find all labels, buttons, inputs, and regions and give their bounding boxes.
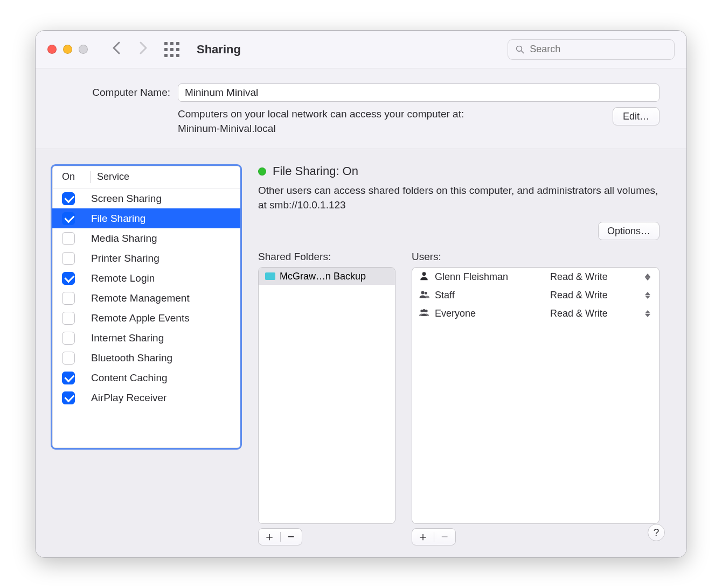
services-header: On Service bbox=[52, 166, 240, 188]
permission-value: Read & Write bbox=[550, 290, 608, 301]
service-row[interactable]: Media Sharing bbox=[52, 228, 240, 248]
edit-button[interactable]: Edit… bbox=[613, 107, 659, 125]
user-icon bbox=[419, 270, 429, 284]
service-row[interactable]: Content Caching bbox=[52, 368, 240, 388]
user-icon bbox=[419, 307, 429, 320]
permission-value: Read & Write bbox=[550, 308, 608, 319]
maximize-window-button[interactable] bbox=[79, 45, 88, 54]
search-input[interactable] bbox=[530, 44, 667, 55]
user-name: Glenn Fleishman bbox=[435, 271, 508, 283]
service-checkbox[interactable] bbox=[62, 332, 75, 345]
help-button[interactable]: ? bbox=[648, 524, 665, 541]
service-label: Remote Login bbox=[91, 272, 155, 284]
service-checkbox[interactable] bbox=[62, 272, 75, 285]
traffic-lights bbox=[47, 45, 88, 54]
back-button[interactable] bbox=[106, 40, 126, 59]
svg-point-3 bbox=[421, 291, 425, 294]
forward-button[interactable] bbox=[134, 40, 154, 59]
service-checkbox[interactable] bbox=[62, 372, 75, 384]
close-window-button[interactable] bbox=[47, 45, 57, 54]
service-checkbox[interactable] bbox=[62, 352, 75, 365]
stepper-icon bbox=[645, 274, 650, 281]
service-label: AirPlay Receiver bbox=[91, 392, 166, 404]
user-row[interactable]: Glenn FleishmanRead & Write bbox=[412, 268, 659, 286]
search-icon bbox=[516, 45, 524, 54]
add-folder-button[interactable]: ＋ bbox=[259, 531, 280, 543]
service-checkbox[interactable] bbox=[62, 391, 75, 404]
service-checkbox[interactable] bbox=[62, 292, 75, 305]
service-row[interactable]: File Sharing bbox=[52, 208, 240, 228]
service-row[interactable]: Printer Sharing bbox=[52, 248, 240, 268]
options-button[interactable]: Options… bbox=[598, 222, 659, 240]
minimize-window-button[interactable] bbox=[63, 45, 72, 54]
service-label: Bluetooth Sharing bbox=[91, 352, 172, 364]
users-add-remove: ＋ − bbox=[412, 528, 456, 545]
user-row[interactable]: EveryoneRead & Write bbox=[412, 304, 659, 323]
titlebar: Sharing bbox=[36, 31, 686, 68]
computer-name-input[interactable] bbox=[178, 83, 659, 102]
computer-name-label: Computer Name: bbox=[63, 87, 170, 99]
services-list: On Service Screen SharingFile SharingMed… bbox=[51, 164, 242, 450]
users-label: Users: bbox=[412, 251, 659, 263]
service-checkbox[interactable] bbox=[62, 192, 75, 205]
service-label: Content Caching bbox=[91, 372, 168, 384]
page-title: Sharing bbox=[197, 43, 241, 57]
shared-folders-list[interactable]: McGraw…n Backup bbox=[258, 267, 395, 524]
service-checkbox[interactable] bbox=[62, 312, 75, 325]
main-area: On Service Screen SharingFile SharingMed… bbox=[36, 149, 686, 557]
show-all-prefs-icon[interactable] bbox=[164, 42, 179, 57]
status-title: File Sharing: On bbox=[273, 164, 358, 178]
folder-row[interactable]: McGraw…n Backup bbox=[259, 268, 395, 285]
users-column: Users: Glenn FleishmanRead & WriteStaffR… bbox=[412, 251, 659, 545]
shared-folders-label: Shared Folders: bbox=[258, 251, 395, 263]
permission-value: Read & Write bbox=[550, 271, 608, 283]
service-row[interactable]: Screen Sharing bbox=[52, 188, 240, 208]
service-label: Screen Sharing bbox=[91, 193, 162, 205]
folder-icon bbox=[265, 272, 275, 280]
service-row[interactable]: Remote Login bbox=[52, 268, 240, 288]
service-label: Media Sharing bbox=[91, 233, 157, 244]
svg-point-2 bbox=[422, 272, 426, 276]
sharing-window: Sharing Computer Name: Computers on your… bbox=[35, 30, 687, 558]
service-label: Remote Apple Events bbox=[91, 312, 190, 324]
shared-folders-column: Shared Folders: McGraw…n Backup ＋ − bbox=[258, 251, 395, 545]
users-list[interactable]: Glenn FleishmanRead & WriteStaffRead & W… bbox=[412, 267, 659, 524]
service-checkbox[interactable] bbox=[62, 252, 75, 265]
service-label: File Sharing bbox=[91, 213, 145, 225]
service-checkbox[interactable] bbox=[62, 212, 75, 225]
user-name: Staff bbox=[435, 290, 455, 301]
svg-line-1 bbox=[522, 51, 524, 53]
detail-panel: File Sharing: On Other users can access … bbox=[258, 164, 659, 545]
add-user-button[interactable]: ＋ bbox=[412, 531, 434, 543]
service-row[interactable]: AirPlay Receiver bbox=[52, 388, 240, 408]
user-row[interactable]: StaffRead & Write bbox=[412, 286, 659, 304]
status-indicator-icon bbox=[258, 167, 266, 176]
service-label: Remote Management bbox=[91, 292, 190, 304]
computer-name-region: Computer Name: Computers on your local n… bbox=[36, 68, 686, 149]
user-name: Everyone bbox=[435, 308, 476, 319]
services-header-on: On bbox=[57, 171, 90, 183]
service-row[interactable]: Bluetooth Sharing bbox=[52, 348, 240, 368]
svg-point-0 bbox=[517, 46, 522, 51]
service-row[interactable]: Remote Apple Events bbox=[52, 308, 240, 328]
status-description: Other users can access shared folders on… bbox=[258, 184, 659, 212]
permission-selector[interactable]: Read & Write bbox=[550, 290, 652, 301]
search-field[interactable] bbox=[508, 39, 675, 60]
folder-name: McGraw…n Backup bbox=[280, 271, 366, 282]
service-label: Internet Sharing bbox=[91, 332, 164, 344]
shared-folders-add-remove: ＋ − bbox=[258, 528, 302, 545]
svg-point-7 bbox=[425, 310, 428, 312]
remove-user-button[interactable]: − bbox=[434, 531, 456, 543]
computer-name-description: Computers on your local network can acce… bbox=[178, 107, 605, 136]
stepper-icon bbox=[645, 310, 650, 317]
permission-selector[interactable]: Read & Write bbox=[550, 271, 652, 283]
permission-selector[interactable]: Read & Write bbox=[550, 308, 652, 319]
service-row[interactable]: Remote Management bbox=[52, 288, 240, 308]
svg-point-4 bbox=[425, 292, 427, 295]
services-header-service: Service bbox=[97, 171, 129, 183]
status-row: File Sharing: On bbox=[258, 164, 659, 178]
remove-folder-button[interactable]: − bbox=[281, 531, 302, 543]
service-label: Printer Sharing bbox=[91, 253, 159, 264]
service-row[interactable]: Internet Sharing bbox=[52, 328, 240, 348]
service-checkbox[interactable] bbox=[62, 232, 75, 245]
